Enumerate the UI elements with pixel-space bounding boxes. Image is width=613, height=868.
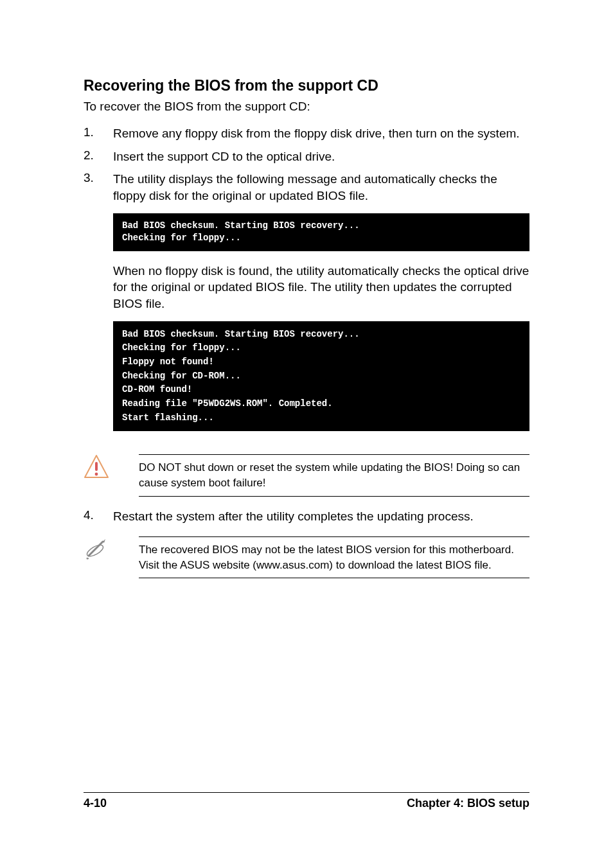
svg-point-2	[95, 473, 98, 476]
step-continuation-text: When no floppy disk is found, the utilit…	[113, 263, 529, 312]
step-text: Restart the system after the utility com…	[113, 508, 529, 525]
svg-rect-1	[95, 462, 98, 471]
step-text: Insert the support CD to the optical dri…	[113, 148, 529, 165]
terminal-output-1: Bad BIOS checksum. Starting BIOS recover…	[113, 213, 529, 251]
step-number: 2.	[84, 148, 113, 165]
chapter-label: Chapter 4: BIOS setup	[407, 797, 529, 810]
terminal-output-2: Bad BIOS checksum. Starting BIOS recover…	[113, 321, 529, 432]
step-number: 1.	[84, 125, 113, 142]
warning-text: DO NOT shut down or reset the system whi…	[139, 454, 529, 497]
note-text: The recovered BIOS may not be the latest…	[139, 536, 529, 579]
step-4: 4. Restart the system after the utility …	[84, 508, 529, 525]
step-number: 4.	[84, 508, 113, 525]
page-footer: 4-10 Chapter 4: BIOS setup	[84, 792, 529, 810]
step-1: 1. Remove any floppy disk from the flopp…	[84, 125, 529, 142]
steps-list-continued: 4. Restart the system after the utility …	[84, 508, 529, 525]
warning-callout: DO NOT shut down or reset the system whi…	[84, 454, 529, 497]
step-text: The utility displays the following messa…	[113, 171, 529, 204]
step-text: Remove any floppy disk from the floppy d…	[113, 125, 529, 142]
steps-list: 1. Remove any floppy disk from the flopp…	[84, 125, 529, 443]
section-heading: Recovering the BIOS from the support CD	[84, 77, 529, 94]
warning-icon	[84, 454, 139, 483]
step-3: 3. The utility displays the following me…	[84, 171, 529, 443]
step-2: 2. Insert the support CD to the optical …	[84, 148, 529, 165]
step-body: The utility displays the following messa…	[113, 171, 529, 443]
note-icon	[84, 536, 139, 565]
note-callout: The recovered BIOS may not be the latest…	[84, 536, 529, 579]
page-number: 4-10	[84, 797, 107, 810]
page-content: Recovering the BIOS from the support CD …	[0, 0, 613, 578]
intro-text: To recover the BIOS from the support CD:	[84, 100, 529, 114]
step-number: 3.	[84, 171, 113, 443]
